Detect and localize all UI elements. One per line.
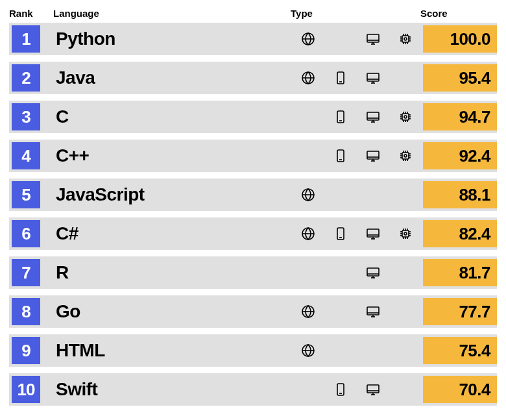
- rank-badge: 6: [12, 220, 40, 247]
- rank-badge: 9: [12, 337, 40, 364]
- desktop-icon: [358, 226, 388, 241]
- rank-badge: 2: [12, 64, 40, 92]
- table-body: 1Python100.02Java95.43C94.74C++92.45Java…: [9, 23, 497, 406]
- language-name: C#: [51, 223, 291, 244]
- table-row: 2Java95.4: [9, 62, 497, 94]
- language-name: R: [51, 262, 291, 283]
- rank-badge: 5: [12, 181, 40, 208]
- score-badge: 77.7: [423, 298, 497, 325]
- embedded-icon: [391, 226, 420, 241]
- desktop-icon: [358, 148, 388, 164]
- embedded-icon: [391, 148, 420, 164]
- header-type: Type: [291, 8, 418, 19]
- score-badge: 94.7: [423, 103, 497, 130]
- language-name: JavaScript: [51, 184, 291, 205]
- score-badge: 82.4: [423, 220, 497, 247]
- desktop-icon: [358, 70, 388, 86]
- score-badge: 92.4: [423, 142, 497, 169]
- rank-badge: 1: [12, 25, 40, 53]
- table-row: 1Python100.0: [9, 23, 497, 55]
- desktop-icon: [358, 265, 388, 280]
- web-icon: [293, 226, 323, 241]
- language-name: Java: [51, 68, 291, 88]
- desktop-icon: [358, 304, 388, 319]
- score-badge: 75.4: [423, 337, 497, 364]
- rank-badge: 3: [12, 103, 40, 130]
- rank-badge: 4: [12, 142, 40, 169]
- table-header: Rank Language Type Score: [9, 8, 497, 23]
- score-badge: 70.4: [423, 376, 497, 403]
- score-badge: 95.4: [423, 64, 497, 92]
- mobile-icon: [326, 70, 355, 86]
- embedded-icon: [391, 31, 420, 47]
- rank-badge: 8: [12, 298, 40, 325]
- web-icon: [293, 31, 323, 47]
- language-name: C: [51, 106, 291, 127]
- desktop-icon: [358, 31, 388, 47]
- score-badge: 100.0: [423, 25, 497, 53]
- rank-badge: 10: [12, 376, 40, 403]
- rank-badge: 7: [12, 259, 40, 286]
- embedded-icon: [391, 109, 420, 125]
- web-icon: [293, 343, 323, 358]
- mobile-icon: [326, 382, 355, 397]
- table-row: 6C#82.4: [9, 217, 497, 250]
- header-language: Language: [48, 8, 288, 19]
- header-score: Score: [420, 8, 494, 19]
- web-icon: [293, 304, 323, 319]
- web-icon: [293, 70, 323, 86]
- mobile-icon: [326, 148, 355, 164]
- language-name: HTML: [51, 340, 291, 361]
- table-row: 10Swift70.4: [9, 373, 497, 406]
- table-row: 9HTML75.4: [9, 334, 497, 367]
- mobile-icon: [326, 109, 355, 125]
- desktop-icon: [358, 109, 388, 125]
- language-name: Swift: [51, 379, 291, 400]
- score-badge: 88.1: [423, 181, 497, 208]
- table-row: 5JavaScript88.1: [9, 179, 497, 211]
- table-row: 7R81.7: [9, 256, 497, 289]
- score-badge: 81.7: [423, 259, 497, 286]
- mobile-icon: [326, 226, 355, 241]
- table-row: 8Go77.7: [9, 295, 497, 328]
- desktop-icon: [358, 382, 388, 397]
- web-icon: [293, 187, 323, 203]
- language-name: Go: [51, 301, 291, 322]
- header-rank: Rank: [9, 8, 45, 19]
- language-name: C++: [51, 145, 291, 166]
- table-row: 3C94.7: [9, 101, 497, 133]
- language-name: Python: [51, 29, 291, 49]
- table-row: 4C++92.4: [9, 140, 497, 172]
